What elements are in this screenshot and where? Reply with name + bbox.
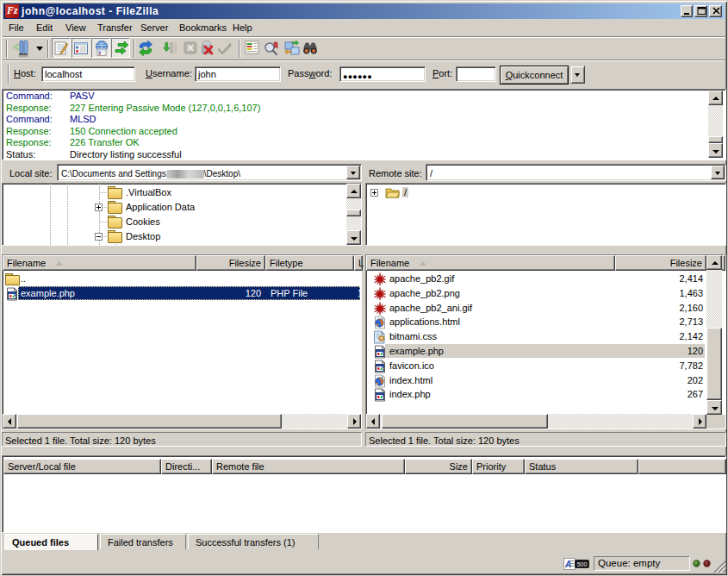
svg-text:500: 500 [577,561,588,567]
